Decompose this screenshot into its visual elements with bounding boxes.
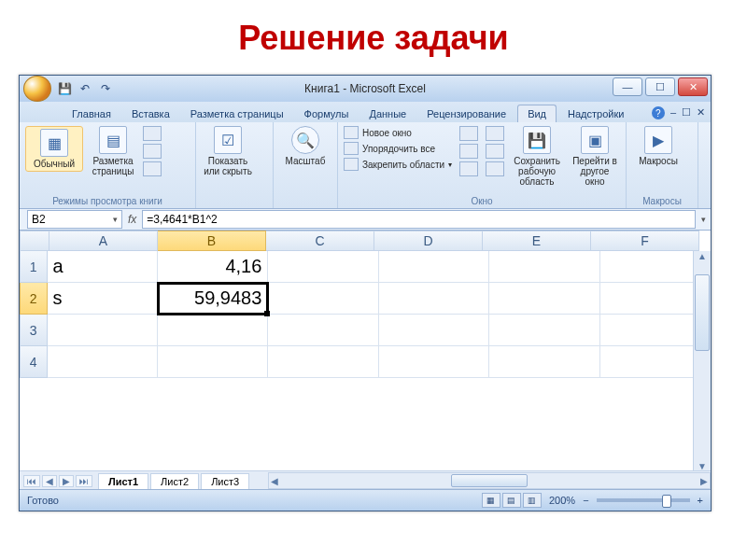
- tab-formulas[interactable]: Формулы: [295, 105, 359, 122]
- cell-e2[interactable]: [489, 283, 599, 315]
- hide-icon[interactable]: [459, 144, 478, 159]
- row-header-4[interactable]: 4: [20, 346, 48, 378]
- row-header-2[interactable]: 2: [20, 283, 48, 315]
- cell-b1[interactable]: 4,16: [158, 251, 268, 283]
- zoom-out-icon[interactable]: −: [583, 495, 588, 506]
- close-button[interactable]: ✕: [678, 77, 708, 96]
- tab-review[interactable]: Рецензирование: [417, 105, 515, 122]
- cell-e4[interactable]: [489, 346, 599, 378]
- cell-c1[interactable]: [268, 251, 378, 283]
- formula-input[interactable]: =3,4641*B1^2: [142, 210, 696, 229]
- column-header-f[interactable]: F: [591, 231, 699, 251]
- cell-e3[interactable]: [489, 315, 599, 346]
- undo-icon[interactable]: ↶: [78, 81, 92, 96]
- page-layout-button[interactable]: ▤ Разметка страницы: [87, 126, 139, 176]
- column-header-b[interactable]: B: [158, 231, 266, 251]
- vertical-scrollbar[interactable]: ▲ ▼: [693, 251, 711, 471]
- cell-e1[interactable]: [489, 251, 599, 283]
- column-header-e[interactable]: E: [483, 231, 591, 251]
- page-layout-small-icon[interactable]: ▤: [502, 493, 521, 508]
- row-header-3[interactable]: 3: [20, 315, 48, 346]
- unhide-icon[interactable]: [459, 161, 478, 176]
- new-window-button[interactable]: Новое окно: [344, 126, 452, 139]
- last-sheet-icon[interactable]: ⏭: [76, 475, 92, 487]
- tab-addins[interactable]: Надстройки: [558, 105, 633, 122]
- tab-page-layout[interactable]: Разметка страницы: [181, 105, 293, 122]
- vertical-scroll-thumb[interactable]: [695, 274, 710, 351]
- zoom-percent[interactable]: 200%: [549, 495, 575, 506]
- normal-view-button[interactable]: ▦ Обычный: [25, 126, 83, 172]
- horizontal-scroll-thumb[interactable]: [451, 474, 528, 487]
- help-icon[interactable]: ?: [652, 106, 665, 119]
- zoom-slider[interactable]: [597, 498, 690, 502]
- sync-scroll-icon[interactable]: [486, 144, 504, 159]
- cell-b4[interactable]: [158, 346, 268, 378]
- fullscreen-icon[interactable]: [143, 161, 162, 176]
- next-sheet-icon[interactable]: ▶: [59, 475, 74, 487]
- macros-button[interactable]: ▶ Макросы: [632, 126, 684, 166]
- normal-view-small-icon[interactable]: ▦: [482, 493, 500, 508]
- show-hide-button[interactable]: ☑ Показать или скрыть: [202, 126, 254, 176]
- maximize-button[interactable]: ☐: [645, 77, 675, 96]
- scroll-left-icon[interactable]: ◀: [271, 476, 278, 486]
- cell-c2[interactable]: [268, 283, 378, 315]
- column-header-a[interactable]: A: [49, 231, 158, 251]
- cell-d3[interactable]: [379, 315, 489, 346]
- save-icon[interactable]: 💾: [57, 81, 72, 96]
- sheet-tab-2[interactable]: Лист2: [150, 473, 199, 489]
- cell-d1[interactable]: [379, 251, 489, 283]
- tab-home[interactable]: Главная: [63, 105, 120, 122]
- cell-c3[interactable]: [268, 315, 378, 346]
- expand-formula-bar-icon[interactable]: ▾: [696, 215, 711, 224]
- normal-view-label: Обычный: [34, 159, 75, 169]
- cell-d2[interactable]: [379, 283, 489, 315]
- prev-sheet-icon[interactable]: ◀: [42, 475, 57, 487]
- switch-window-button[interactable]: ▣ Перейти в другое окно: [570, 126, 620, 187]
- cell-a4[interactable]: [48, 346, 158, 378]
- tab-data[interactable]: Данные: [359, 105, 416, 122]
- scroll-right-icon[interactable]: ▶: [700, 476, 708, 486]
- office-button[interactable]: [23, 76, 51, 102]
- reset-position-icon[interactable]: [486, 161, 504, 176]
- excel-window: 💾 ↶ ↷ Книга1 - Microsoft Excel — ☐ ✕ Гла…: [19, 75, 712, 511]
- minimize-ribbon-icon[interactable]: –: [670, 106, 676, 119]
- cell-c4[interactable]: [268, 346, 378, 378]
- cell-d4[interactable]: [379, 346, 489, 378]
- page-break-small-icon[interactable]: ▥: [523, 493, 542, 508]
- cell-a2[interactable]: s: [48, 283, 158, 315]
- scroll-up-icon[interactable]: ▲: [698, 251, 707, 261]
- column-header-d[interactable]: D: [374, 231, 483, 251]
- save-workspace-button[interactable]: 💾 Сохранить рабочую область: [512, 126, 562, 187]
- redo-icon[interactable]: ↷: [98, 81, 113, 96]
- cell-b3[interactable]: [158, 315, 268, 346]
- horizontal-scrollbar[interactable]: ◀ ▶: [268, 472, 711, 489]
- freeze-panes-button[interactable]: Закрепить области ▾: [344, 158, 452, 171]
- chevron-down-icon[interactable]: ▾: [113, 215, 118, 224]
- page-layout-label: Разметка страницы: [92, 156, 134, 176]
- tab-view[interactable]: Вид: [517, 105, 557, 122]
- split-icon[interactable]: [459, 126, 478, 141]
- arrange-all-button[interactable]: Упорядочить все: [344, 142, 452, 155]
- first-sheet-icon[interactable]: ⏮: [23, 475, 40, 487]
- zoom-in-icon[interactable]: +: [698, 495, 703, 506]
- minimize-button[interactable]: —: [613, 77, 642, 96]
- cell-a3[interactable]: [48, 315, 158, 346]
- zoom-button[interactable]: 🔍 Масштаб: [279, 126, 331, 166]
- name-box[interactable]: B2 ▾: [27, 210, 122, 229]
- restore-ribbon-icon[interactable]: ☐: [682, 106, 691, 119]
- zoom-slider-knob[interactable]: [662, 495, 671, 508]
- tab-insert[interactable]: Вставка: [122, 105, 179, 122]
- fx-button[interactable]: fx: [128, 213, 136, 226]
- sheet-tab-3[interactable]: Лист3: [201, 473, 249, 489]
- column-header-c[interactable]: C: [266, 231, 374, 251]
- select-all-corner[interactable]: [20, 231, 49, 251]
- cell-b2[interactable]: 59,9483: [158, 283, 268, 315]
- row-header-1[interactable]: 1: [20, 251, 48, 283]
- sheet-tab-1[interactable]: Лист1: [98, 473, 148, 489]
- custom-views-icon[interactable]: [143, 144, 162, 159]
- group-macros-label: Макросы: [632, 196, 692, 206]
- cell-a1[interactable]: a: [48, 251, 158, 283]
- side-by-side-icon[interactable]: [486, 126, 504, 141]
- close-workbook-icon[interactable]: ✕: [697, 106, 705, 119]
- page-break-preview-icon[interactable]: [143, 126, 162, 141]
